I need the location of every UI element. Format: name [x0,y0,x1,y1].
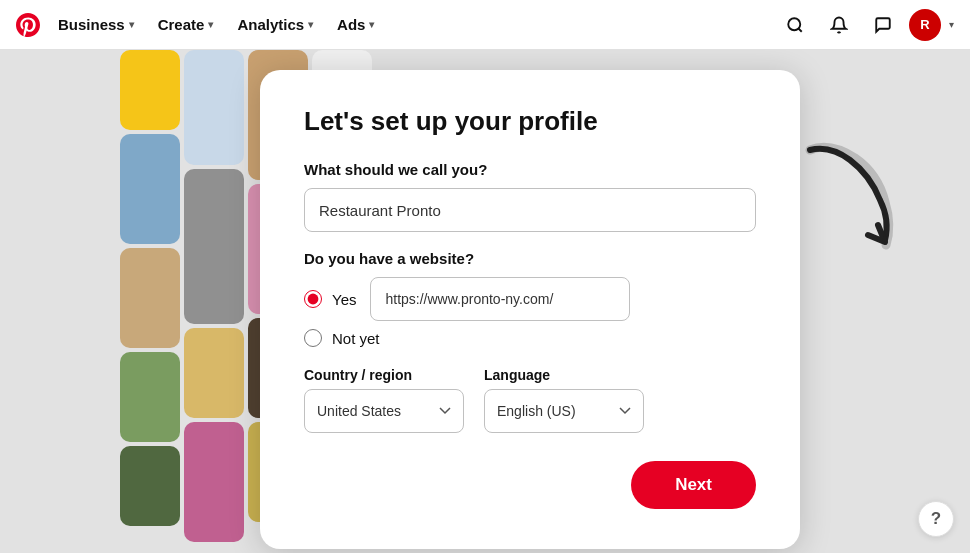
website-radio-group: Yes Not yet [304,277,756,347]
country-select-group: Country / region United States Canada Un… [304,367,464,433]
yes-radio-label[interactable]: Yes [332,291,356,308]
nav-item-business[interactable]: Business ▾ [48,10,144,39]
avatar[interactable]: R [909,9,941,41]
chevron-down-icon: ▾ [369,19,374,30]
notyet-radio-label[interactable]: Not yet [332,330,380,347]
country-select[interactable]: United States Canada United Kingdom Aust… [304,389,464,433]
nav-business-label: Business [58,16,125,33]
mosaic-image [184,169,244,324]
notifications-button[interactable] [821,7,857,43]
search-button[interactable] [777,7,813,43]
profile-setup-dialog: Let's set up your profile What should we… [260,70,800,549]
mosaic-image [120,134,180,244]
nav-items: Business ▾ Create ▾ Analytics ▾ Ads ▾ [48,10,777,39]
mosaic-col-1 [120,50,180,553]
arrow-drawing [790,130,910,250]
pinterest-logo[interactable] [16,13,40,37]
mosaic-image [120,446,180,526]
nav-item-ads[interactable]: Ads ▾ [327,10,384,39]
nav-ads-label: Ads [337,16,365,33]
navbar: Business ▾ Create ▾ Analytics ▾ Ads ▾ [0,0,970,50]
notyet-radio[interactable] [304,329,322,347]
dialog-title: Let's set up your profile [304,106,756,137]
language-label: Language [484,367,644,383]
nav-right: R ▾ [777,7,954,43]
svg-line-1 [798,28,801,31]
avatar-chevron-icon[interactable]: ▾ [949,19,954,30]
mosaic-image [184,328,244,418]
mosaic-image [184,422,244,542]
name-input[interactable] [304,188,756,232]
dialog-footer: Next [304,461,756,509]
website-label: Do you have a website? [304,250,756,267]
yes-radio[interactable] [304,290,322,308]
mosaic-image [120,352,180,442]
locale-selects: Country / region United States Canada Un… [304,367,756,433]
mosaic-image [120,248,180,348]
website-url-input[interactable] [370,277,630,321]
mosaic-image [184,50,244,165]
nav-item-analytics[interactable]: Analytics ▾ [227,10,323,39]
messages-button[interactable] [865,7,901,43]
nav-create-label: Create [158,16,205,33]
main-area: Let's set up your profile What should we… [0,50,970,553]
nav-analytics-label: Analytics [237,16,304,33]
mosaic-col-2 [184,50,244,553]
country-label: Country / region [304,367,464,383]
mosaic-image [120,50,180,130]
language-select-group: Language English (US) English (UK) Spani… [484,367,644,433]
help-button[interactable]: ? [918,501,954,537]
name-label: What should we call you? [304,161,756,178]
nav-item-create[interactable]: Create ▾ [148,10,224,39]
svg-point-0 [788,18,800,30]
next-button[interactable]: Next [631,461,756,509]
language-select[interactable]: English (US) English (UK) Spanish French [484,389,644,433]
chevron-down-icon: ▾ [208,19,213,30]
chevron-down-icon: ▾ [308,19,313,30]
yes-radio-row: Yes [304,277,630,321]
chevron-down-icon: ▾ [129,19,134,30]
notyet-radio-row: Not yet [304,329,380,347]
